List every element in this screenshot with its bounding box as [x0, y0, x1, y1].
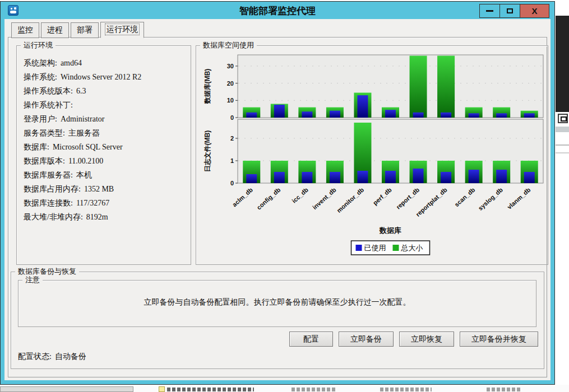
- backup-and-restore-button[interactable]: 立即备份并恢复: [460, 332, 538, 347]
- desktop: 智能部署监控代理 X 监控 进程 部署 运行环境 运行环境 系统架构:amd64: [0, 0, 569, 392]
- env-row-arch: 系统架构:amd64: [24, 56, 187, 70]
- config-status-label: 配置状态:: [18, 352, 52, 361]
- svg-text:已使用: 已使用: [364, 244, 386, 252]
- clipped-text-fragment: [167, 388, 254, 391]
- file-icon: [159, 386, 165, 392]
- backup-now-button[interactable]: 立即备份: [339, 332, 394, 347]
- background-divider: [556, 152, 569, 153]
- window-content: 监控 进程 部署 运行环境 运行环境 系统架构:amd64 操作系统:Windo…: [4, 19, 551, 380]
- tab-runtime-env[interactable]: 运行环境: [100, 22, 144, 38]
- svg-text:日志文件(MB): 日志文件(MB): [203, 130, 211, 172]
- svg-text:1: 1: [230, 157, 234, 164]
- background-titlebar-sliver: [556, 127, 569, 132]
- env-row-db-version: 数据库版本:11.00.2100: [24, 154, 187, 168]
- svg-text:0: 0: [230, 114, 234, 121]
- clipped-text-fragment: [380, 388, 432, 391]
- svg-text:数据库(MB): 数据库(MB): [203, 69, 211, 105]
- note-group-title: 注意: [22, 276, 43, 284]
- svg-text:monitor_db: monitor_db: [335, 186, 365, 214]
- env-row-server-type: 服务器类型:主服务器: [24, 126, 187, 140]
- maximize-icon: [507, 8, 513, 13]
- minimize-button[interactable]: [479, 4, 500, 18]
- env-field-list: 系统架构:amd64 操作系统:Windows Server 2012 R2 操…: [24, 56, 187, 224]
- db-space-chart: 0102030数据库(MB)012日志文件(MB)aclm_dbconfig_d…: [201, 53, 545, 261]
- background-dark-area: [556, 16, 569, 112]
- svg-text:vlanm_db: vlanm_db: [506, 186, 531, 210]
- app-window: 智能部署监控代理 X 监控 进程 部署 运行环境 运行环境 系统架构:amd64: [0, 1, 555, 385]
- background-taskbar-button: [0, 386, 133, 392]
- note-text: 立即备份与自动备份配置相同。执行立即备份前请确保至少执行过一次配置。: [18, 297, 536, 307]
- svg-text:总大小: 总大小: [401, 244, 423, 252]
- window-controls: X: [480, 4, 549, 18]
- svg-text:syslog_db: syslog_db: [477, 186, 505, 212]
- svg-text:invent_db: invent_db: [311, 186, 337, 211]
- svg-text:scan_db: scan_db: [453, 186, 476, 208]
- configure-button[interactable]: 配置: [289, 332, 333, 347]
- env-row-db-connections: 数据库连接数:117/32767: [24, 196, 187, 210]
- background-divider: [556, 144, 569, 146]
- svg-text:perf_db: perf_db: [372, 186, 393, 206]
- runtime-env-panel: 运行环境 系统架构:amd64 操作系统:Windows Server 2012…: [8, 37, 547, 377]
- background-window-strip: [556, 0, 569, 392]
- env-row-os-patch: 操作系统补丁:: [24, 98, 187, 112]
- svg-text:0: 0: [230, 180, 234, 186]
- svg-text:report_db: report_db: [395, 186, 420, 210]
- svg-text:config_db: config_db: [256, 186, 282, 211]
- env-row-db-memory: 数据库占用内存:1352 MB: [24, 182, 187, 196]
- background-maximize-icon: [558, 114, 568, 123]
- svg-text:数据库: 数据库: [379, 226, 401, 235]
- env-groupbox: 运行环境 系统架构:amd64 操作系统:Windows Server 2012…: [16, 45, 191, 265]
- tab-deploy[interactable]: 部署: [71, 22, 99, 38]
- env-row-heap-memory: 最大堆/非堆内存:8192m: [24, 210, 187, 224]
- env-row-login-user: 登录用户:Administrator: [24, 112, 187, 126]
- svg-text:2: 2: [230, 135, 234, 142]
- window-title: 智能部署监控代理: [1, 4, 554, 17]
- env-row-db-server: 数据库服务器:本机: [24, 168, 187, 182]
- db-space-group-title: 数据库空间使用: [200, 41, 257, 50]
- tab-bar: 监控 进程 部署 运行环境: [11, 22, 146, 38]
- restore-now-button[interactable]: 立即恢复: [399, 332, 454, 347]
- config-status-value: 自动备份: [55, 352, 86, 361]
- svg-text:30: 30: [227, 63, 234, 69]
- background-file-row: [0, 385, 569, 392]
- db-space-groupbox: 数据库空间使用 0102030数据库(MB)012日志文件(MB)aclm_db…: [196, 45, 548, 265]
- minimize-icon: [486, 10, 493, 12]
- tab-monitor[interactable]: 监控: [11, 22, 39, 38]
- svg-text:20: 20: [227, 80, 234, 87]
- tab-process[interactable]: 进程: [41, 22, 69, 38]
- note-groupbox: 注意 立即备份与自动备份配置相同。执行立即备份前请确保至少执行过一次配置。: [18, 280, 536, 327]
- backup-group-title: 数据库备份与恢复: [15, 267, 79, 276]
- svg-text:aclm_db: aclm_db: [231, 186, 254, 208]
- env-row-database: 数据库:Microsoft SQL Server: [24, 140, 187, 154]
- titlebar: 智能部署监控代理 X: [1, 2, 554, 19]
- env-row-os-version: 操作系统版本:6.3: [24, 84, 187, 98]
- close-button[interactable]: X: [520, 4, 549, 18]
- maximize-button[interactable]: [499, 4, 520, 18]
- svg-text:icc_db: icc_db: [290, 186, 309, 204]
- clipped-text-fragment: [487, 388, 521, 391]
- backup-button-row: 配置 立即备份 立即恢复 立即备份并恢复: [289, 332, 538, 347]
- env-row-os: 操作系统:Windows Server 2012 R2: [24, 70, 187, 84]
- env-group-title: 运行环境: [21, 41, 55, 50]
- svg-text:10: 10: [227, 97, 234, 104]
- clipped-text-fragment: [292, 388, 335, 391]
- config-status: 配置状态:自动备份: [18, 352, 86, 362]
- backup-groupbox: 数据库备份与恢复 注意 立即备份与自动备份配置相同。执行立即备份前请确保至少执行…: [11, 272, 544, 369]
